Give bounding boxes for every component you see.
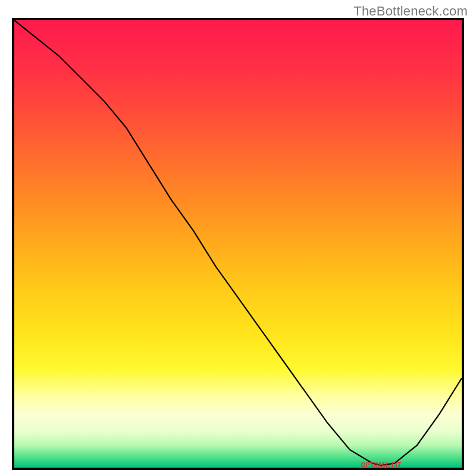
footer-annotation: OPTIMAL FIT <box>361 462 402 468</box>
chart-container: TheBottleneck.com OPTIMAL FIT <box>0 0 476 476</box>
curve-layer <box>14 20 462 468</box>
plot-frame: OPTIMAL FIT <box>12 18 464 470</box>
bottleneck-curve <box>14 20 462 465</box>
watermark-text: TheBottleneck.com <box>353 4 468 19</box>
